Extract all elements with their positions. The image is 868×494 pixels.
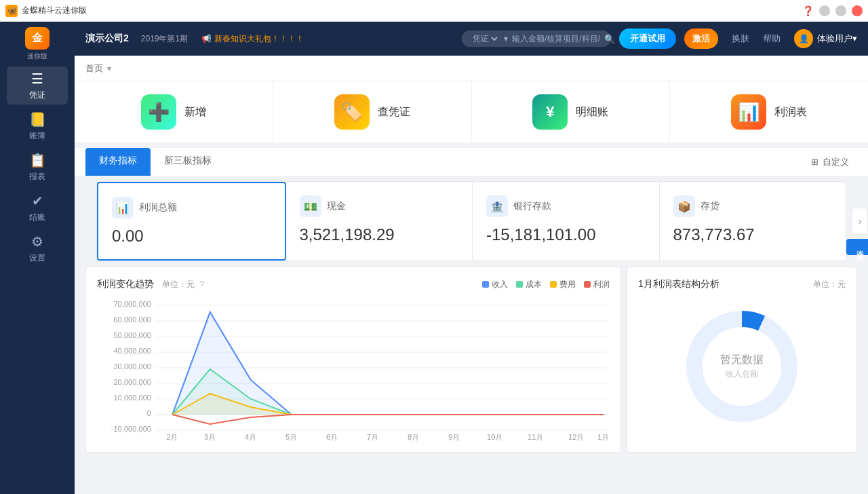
sidebar-item-settings[interactable]: ⚙ 设置 (7, 229, 68, 267)
inventory-metric-title: 存货 (701, 200, 719, 212)
ledger-card-icon: ¥ (532, 94, 568, 130)
metric-nav-next[interactable]: › (852, 208, 868, 235)
quick-card-add[interactable]: ➕ 新增 (75, 81, 273, 142)
sidebar-item-label-report: 报表 (29, 171, 45, 183)
user-name: 体验用户▾ (817, 33, 857, 45)
settings-icon: ⚙ (31, 233, 43, 250)
breadcrumb-bar: 首页 ▾ (75, 56, 868, 81)
notice-text: 新春知识大礼包！！！！ (214, 33, 304, 45)
exchange-link[interactable]: 换肤 (732, 33, 749, 45)
add-card-icon: ➕ (141, 94, 176, 130)
voucher-card-label: 查凭证 (378, 105, 410, 119)
cash-metric-value: 3,521,198.29 (300, 225, 459, 244)
legend-cost: 成本 (516, 279, 542, 290)
maximize-button[interactable] (835, 5, 846, 16)
legend-expense-dot (550, 281, 557, 288)
profit-metric-title: 利润总额 (139, 202, 177, 214)
svg-text:6月: 6月 (326, 434, 338, 441)
metric-card-profit[interactable]: 📊 利润总额 0.00 (97, 182, 286, 261)
svg-text:30,000,000: 30,000,000 (113, 363, 151, 370)
activate-button[interactable]: 激活 (684, 28, 718, 49)
app-title: 金蝶精斗云迷你版 (22, 5, 87, 16)
metric-card-cash[interactable]: 💵 现金 3,521,198.29 (286, 182, 473, 261)
sidebar-logo: 金 迷你版 (7, 27, 68, 61)
svg-text:暂无数据: 暂无数据 (720, 354, 764, 365)
app-logo: 🦋 (5, 5, 18, 17)
svg-text:20,000,000: 20,000,000 (113, 379, 151, 386)
breadcrumb-arrow: ▾ (107, 64, 111, 73)
quick-card-profit[interactable]: 📊 利润表 (670, 81, 868, 142)
sidebar-item-close-books[interactable]: ✔ 结账 (7, 189, 68, 227)
chart-left-title: 利润变化趋势 (97, 278, 154, 289)
svg-text:8月: 8月 (408, 434, 420, 441)
sidebar-item-report[interactable]: 📋 报表 (7, 148, 68, 186)
quick-action-cards: ➕ 新增 🏷️ 查凭证 ¥ 明细账 📊 利润表 (75, 81, 868, 142)
chart-right-title: 1月利润表结构分析 (638, 278, 719, 290)
chart-profit-structure: 1月利润表结构分析 单位：元 暂无数据 收入总额 (627, 267, 857, 453)
metric-cards-wrapper: 📊 利润总额 0.00 💵 现金 3,521,198.29 (85, 181, 857, 261)
sidebar-item-label-voucher: 凭证 (29, 90, 45, 101)
customize-button[interactable]: ⊞ 自定义 (803, 151, 857, 174)
topbar: 演示公司2 2019年第1期 📢 新春知识大礼包！！！！ 凭证 ▾ 🔍 开通试用… (75, 22, 868, 56)
quick-card-voucher[interactable]: 🏷️ 查凭证 (273, 81, 472, 142)
search-input[interactable] (512, 34, 600, 43)
metric-header-bank: 🏦 银行存款 (486, 195, 646, 217)
metric-card-bank[interactable]: 🏦 银行存款 -15,181,101.00 (473, 182, 660, 261)
legend-profit: 利润 (584, 279, 610, 290)
ledger-card-label: 明细账 (576, 105, 608, 119)
notice-icon: 📢 (201, 34, 212, 43)
legend-profit-label: 利润 (593, 279, 610, 290)
close-button[interactable] (852, 5, 863, 16)
quick-card-ledger[interactable]: ¥ 明细账 (472, 81, 671, 142)
donut-svg: 暂无数据 收入总额 (674, 299, 810, 434)
user-menu[interactable]: 👤 体验用户▾ (794, 29, 857, 48)
donut-chart-area: 暂无数据 收入总额 (638, 299, 846, 434)
metric-card-inventory[interactable]: 📦 存货 873,773.67 (660, 182, 846, 261)
window-controls: ❓ (802, 5, 863, 16)
report-icon: 📋 (29, 152, 46, 168)
trial-button[interactable]: 开通试用 (619, 28, 676, 49)
sidebar-item-label-settings: 设置 (29, 252, 45, 264)
legend-income-dot (482, 281, 489, 288)
inventory-metric-icon: 📦 (673, 195, 695, 217)
chart-legend: 收入 成本 费用 利润 (482, 279, 610, 290)
notice-bar[interactable]: 📢 新春知识大礼包！！！！ (201, 33, 304, 45)
sidebar-item-label-close: 结账 (29, 212, 45, 223)
help-icon[interactable]: ❓ (802, 5, 814, 16)
legend-income: 收入 (482, 279, 508, 290)
ledger-icon: 📒 (29, 111, 46, 128)
svg-text:9月: 9月 (448, 434, 460, 441)
chart-info-icon[interactable]: ? (199, 279, 204, 289)
svg-text:收入总额: 收入总额 (726, 369, 758, 379)
minimize-button[interactable] (819, 5, 830, 16)
search-type-select[interactable]: 凭证 (470, 33, 500, 44)
search-bar[interactable]: 凭证 ▾ 🔍 (462, 31, 611, 47)
customize-label: 自定义 (823, 156, 849, 168)
metric-cards: 📊 利润总额 0.00 💵 现金 3,521,198.29 (96, 181, 846, 261)
tab-newthird[interactable]: 新三板指标 (151, 148, 225, 176)
search-icon[interactable]: 🔍 (604, 34, 615, 44)
chart-left-header: 利润变化趋势 单位：元 ? 收入 成本 (97, 278, 610, 290)
voucher-icon: ☰ (31, 71, 43, 87)
sidebar-item-voucher[interactable]: ☰ 凭证 (7, 66, 68, 104)
sidebar-item-ledger[interactable]: 📒 账簿 (7, 107, 68, 145)
grid-icon: ⊞ (811, 157, 818, 167)
profit-metric-value: 0.00 (112, 227, 271, 246)
chart-left-unit: 单位：元 (162, 280, 195, 289)
legend-expense-label: 费用 (559, 279, 576, 290)
svg-text:10月: 10月 (487, 434, 503, 441)
tab-finance[interactable]: 财务指标 (85, 148, 151, 176)
metric-header-profit: 📊 利润总额 (112, 197, 271, 218)
chart-profit-trend: 利润变化趋势 单位：元 ? 收入 成本 (85, 267, 621, 453)
inventory-metric-value: 873,773.67 (673, 225, 833, 244)
breadcrumb-home[interactable]: 首页 (85, 62, 103, 75)
bank-metric-icon: 🏦 (486, 195, 508, 217)
svg-text:1月: 1月 (597, 434, 610, 441)
support-button[interactable]: 咨询反馈 (846, 239, 868, 255)
svg-text:3月: 3月 (204, 434, 216, 441)
svg-text:7月: 7月 (367, 434, 379, 441)
help-link[interactable]: 帮助 (763, 33, 781, 45)
metric-header-cash: 💵 现金 (300, 195, 459, 217)
svg-text:60,000,000: 60,000,000 (113, 316, 151, 324)
close-books-icon: ✔ (32, 193, 43, 209)
